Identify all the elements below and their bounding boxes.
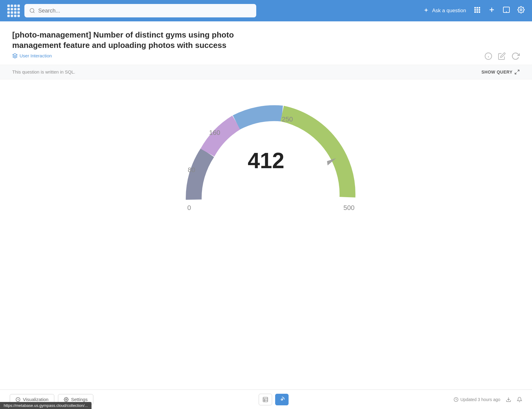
app-logo[interactable] bbox=[7, 5, 20, 17]
gauge-value: 412 bbox=[248, 148, 284, 173]
top-navigation: Ask a question bbox=[0, 0, 532, 21]
svg-rect-8 bbox=[474, 11, 476, 13]
svg-rect-6 bbox=[476, 9, 478, 11]
svg-rect-4 bbox=[479, 7, 480, 9]
tick-0: 0 bbox=[187, 204, 191, 212]
svg-rect-7 bbox=[479, 9, 480, 11]
gauge-chart-area: 0 80 160 250 500 412 bbox=[0, 79, 532, 244]
header-actions bbox=[484, 52, 520, 60]
gauge-viz-button[interactable] bbox=[275, 394, 289, 405]
search-icon bbox=[29, 8, 35, 14]
plus-icon[interactable] bbox=[488, 6, 495, 15]
page-title: [photo-management] Number of distinct gy… bbox=[12, 30, 275, 51]
bottom-bar-center bbox=[98, 394, 449, 405]
bell-icon bbox=[517, 397, 522, 402]
tick-250: 250 bbox=[282, 115, 293, 123]
settings-icon[interactable] bbox=[517, 6, 525, 15]
svg-rect-2 bbox=[474, 7, 476, 9]
svg-line-21 bbox=[518, 70, 519, 71]
svg-point-0 bbox=[30, 9, 34, 13]
sparkle-icon bbox=[423, 7, 430, 14]
svg-line-1 bbox=[33, 12, 34, 13]
svg-line-22 bbox=[515, 72, 516, 74]
tick-80: 80 bbox=[188, 166, 195, 174]
edit-icon[interactable] bbox=[498, 52, 506, 60]
query-bar: This question is written in SQL. SHOW QU… bbox=[0, 65, 532, 79]
query-info-text: This question is written in SQL. bbox=[12, 69, 75, 74]
table-icon bbox=[262, 396, 268, 403]
url-bar: https://metabase.us.gympass.cloud/collec… bbox=[0, 402, 92, 409]
alert-button[interactable] bbox=[517, 397, 522, 402]
chart-icon bbox=[16, 397, 20, 402]
tick-500: 500 bbox=[343, 204, 355, 212]
svg-rect-3 bbox=[476, 7, 478, 9]
table-viz-button[interactable] bbox=[259, 394, 272, 405]
info-icon[interactable] bbox=[484, 52, 492, 60]
clock-icon bbox=[454, 397, 458, 402]
gear-icon bbox=[64, 397, 69, 402]
svg-point-24 bbox=[66, 399, 67, 400]
gauge-icon bbox=[279, 396, 285, 403]
apps-icon[interactable] bbox=[473, 6, 481, 15]
page-header-container: [photo-management] Number of distinct gy… bbox=[0, 21, 532, 65]
gauge-container: 0 80 160 250 500 412 bbox=[162, 92, 370, 220]
show-query-button[interactable]: SHOW QUERY bbox=[481, 69, 520, 75]
download-button[interactable] bbox=[506, 397, 511, 402]
tick-160: 160 bbox=[209, 129, 220, 136]
svg-rect-9 bbox=[476, 11, 478, 13]
ask-question-button[interactable]: Ask a question bbox=[423, 7, 466, 14]
svg-point-16 bbox=[520, 9, 522, 11]
svg-marker-17 bbox=[13, 53, 17, 56]
svg-rect-25 bbox=[263, 397, 268, 402]
updated-time: Updated 3 hours ago bbox=[454, 397, 500, 402]
svg-rect-10 bbox=[479, 11, 480, 13]
search-input[interactable] bbox=[38, 8, 251, 14]
embed-icon[interactable] bbox=[503, 6, 510, 15]
bottom-bar-right: Updated 3 hours ago bbox=[454, 397, 522, 402]
expand-icon bbox=[514, 69, 520, 75]
download-icon bbox=[506, 397, 511, 402]
refresh-icon[interactable] bbox=[511, 52, 520, 60]
collection-badge[interactable]: User Interaction bbox=[12, 53, 52, 59]
layers-icon bbox=[12, 53, 18, 59]
svg-rect-5 bbox=[474, 9, 476, 11]
topnav-right-actions: Ask a question bbox=[423, 6, 525, 15]
page-header: [photo-management] Number of distinct gy… bbox=[0, 21, 532, 65]
search-bar[interactable] bbox=[24, 4, 256, 17]
